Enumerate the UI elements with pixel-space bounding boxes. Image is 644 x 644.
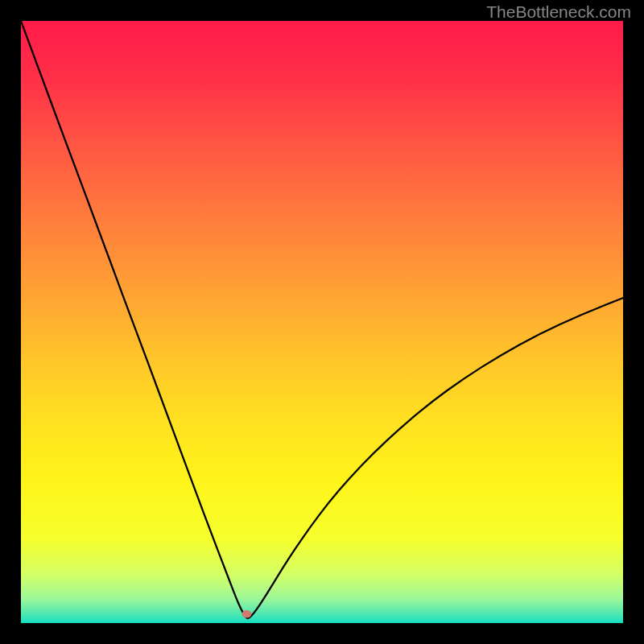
chart-plot-area: [21, 21, 623, 623]
optimal-point-marker: [242, 610, 252, 618]
chart-background: [21, 21, 623, 623]
chart-svg: [21, 21, 623, 623]
watermark-text: TheBottleneck.com: [486, 2, 631, 22]
